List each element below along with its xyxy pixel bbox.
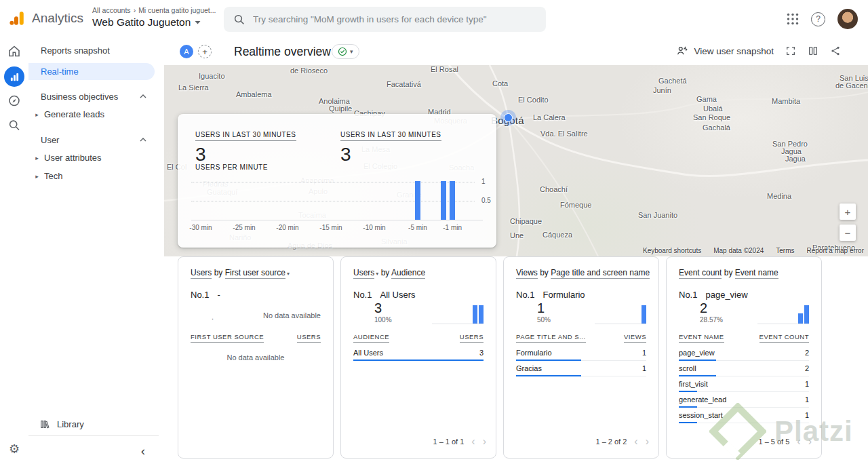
- map-place-label: Fómeque: [560, 201, 591, 209]
- card-dimension-selector[interactable]: Page title and screen name: [551, 268, 650, 279]
- pagination-prev-button[interactable]: ‹: [797, 436, 800, 447]
- report-card: Users by First user source▾No.1-.No data…: [178, 256, 334, 459]
- zoom-in-button[interactable]: +: [840, 203, 856, 220]
- comparison-chip-avatar[interactable]: A: [180, 45, 193, 58]
- table-row[interactable]: first_visit1: [679, 376, 809, 392]
- table-row[interactable]: Formulario1: [516, 345, 646, 361]
- card-metric-selector[interactable]: Users: [191, 268, 212, 279]
- breadcrumb-account[interactable]: Mi cuenta gatito juguet...: [138, 6, 216, 14]
- sidebar-item[interactable]: ▸Tech: [28, 167, 164, 185]
- analytics-logo[interactable]: Analytics: [8, 9, 83, 27]
- map-place-label: San Juanito: [638, 211, 677, 219]
- home-icon[interactable]: [7, 44, 22, 58]
- table-body: All Users3: [353, 345, 484, 361]
- data-quality-badge[interactable]: ▾: [332, 44, 359, 59]
- pagination-next-button[interactable]: ›: [808, 436, 812, 447]
- sidebar-item[interactable]: ▸User attributes: [28, 149, 164, 167]
- map-place-label: Chipaque: [510, 217, 542, 225]
- map-place-label: Medina: [767, 192, 791, 200]
- add-comparison-button[interactable]: +: [198, 45, 212, 58]
- advertising-icon[interactable]: [7, 118, 22, 132]
- column-header-metric[interactable]: USERS: [297, 333, 321, 343]
- explore-icon[interactable]: [7, 94, 22, 108]
- top-entry-percent: 50%: [537, 316, 551, 324]
- realtime-geo-map[interactable]: IguacitoLa SierraAmbalemade RiosecoFacat…: [164, 65, 868, 256]
- pagination-next-button[interactable]: ›: [483, 436, 486, 447]
- user-avatar[interactable]: [837, 9, 858, 29]
- reports-icon[interactable]: [4, 66, 24, 87]
- column-header-dimension[interactable]: EVENT NAME: [679, 333, 724, 343]
- sidebar-collapse-button[interactable]: ‹: [28, 436, 164, 466]
- table-row[interactable]: page_view2: [679, 345, 809, 361]
- map-place-label: Gachalá: [703, 123, 730, 132]
- zoom-out-button[interactable]: −: [840, 225, 856, 241]
- view-user-snapshot-button[interactable]: View user snapshot: [676, 45, 774, 57]
- table-row[interactable]: session_start1: [679, 408, 809, 423]
- property-selector[interactable]: Web Gatito Jugueton: [92, 16, 216, 28]
- search-input[interactable]: [253, 14, 536, 24]
- column-header-dimension[interactable]: AUDIENCE: [353, 333, 389, 343]
- pagination-next-button[interactable]: ›: [646, 436, 649, 447]
- card-metric-selector[interactable]: Views: [516, 268, 538, 279]
- users-per-minute-label: USERS PER MINUTE: [195, 163, 268, 171]
- help-icon[interactable]: ?: [811, 12, 825, 26]
- admin-gear-icon[interactable]: ⚙: [9, 442, 20, 457]
- table-row[interactable]: Gracias1: [516, 361, 646, 376]
- sidebar-section-header[interactable]: User: [28, 131, 164, 149]
- card-dimension-selector[interactable]: Event name: [735, 268, 778, 279]
- map-place-label: Mambita: [772, 97, 800, 105]
- search-bar[interactable]: [224, 7, 546, 32]
- account-switcher[interactable]: All accounts › Mi cuenta gatito juguet..…: [92, 6, 216, 28]
- column-header-metric[interactable]: VIEWS: [624, 333, 646, 343]
- row-proportion-bar: [516, 375, 581, 376]
- property-caret-icon: [195, 20, 201, 24]
- fullscreen-icon[interactable]: [785, 45, 796, 56]
- column-header-dimension[interactable]: PAGE TITLE AND S...: [516, 333, 586, 343]
- sparkline-empty-note: No data available: [263, 311, 321, 319]
- map-attribution-item[interactable]: Report a map error: [807, 247, 864, 254]
- axis-tick-label: -10 min: [363, 224, 385, 231]
- sidebar-item[interactable]: ▸Generate leads: [28, 105, 164, 123]
- pagination: 1 – 2 of 2‹›: [595, 436, 649, 447]
- axis-tick-label: -15 min: [319, 224, 342, 231]
- sparkline-bar: [804, 305, 809, 324]
- map-place-label: Choachí: [540, 185, 568, 193]
- axis-tick-label: -25 min: [233, 224, 255, 231]
- table-row[interactable]: All Users3: [353, 345, 484, 361]
- card-metric-selector[interactable]: Event count: [679, 268, 722, 279]
- reports-active-indicator: [4, 66, 24, 87]
- stat-label[interactable]: USERS IN LAST 30 MINUTES: [340, 131, 441, 141]
- pagination-prev-button[interactable]: ‹: [471, 436, 475, 447]
- map-attribution-item[interactable]: Terms: [776, 247, 794, 254]
- sidebar-item-library[interactable]: Library: [28, 412, 164, 435]
- top-entry: No.1All Users: [353, 290, 415, 300]
- column-header-dimension[interactable]: FIRST USER SOURCE: [191, 333, 264, 343]
- apps-grid-icon[interactable]: [787, 13, 799, 25]
- sparkline: [595, 305, 646, 324]
- map-place-label: San Roque: [693, 113, 730, 121]
- customize-report-icon[interactable]: [808, 45, 818, 56]
- sidebar-item-realtime[interactable]: Real-time: [28, 63, 155, 80]
- table-row[interactable]: generate_lead1: [679, 392, 809, 408]
- card-dimension-selector[interactable]: Audience: [391, 268, 425, 279]
- breadcrumb-all-accounts[interactable]: All accounts: [92, 6, 131, 14]
- column-header-metric[interactable]: USERS: [460, 333, 484, 343]
- table-row[interactable]: scroll2: [679, 361, 809, 376]
- top-entry-value: 3: [374, 300, 382, 316]
- breadcrumb: All accounts › Mi cuenta gatito juguet..…: [92, 6, 216, 14]
- card-metric-selector[interactable]: Users: [353, 268, 374, 279]
- share-icon[interactable]: [830, 45, 841, 56]
- stat-label[interactable]: USERS IN LAST 30 MINUTES: [195, 131, 296, 141]
- map-zoom-control: + −: [840, 203, 856, 241]
- sidebar-section-header[interactable]: Business objectives: [28, 88, 164, 105]
- user-snapshot-icon: [676, 45, 688, 57]
- minute-bar: [415, 181, 420, 220]
- map-attribution-item[interactable]: Keyboard shortcuts: [643, 247, 701, 254]
- card-dimension-selector[interactable]: First user source: [225, 268, 285, 279]
- sparkline-bar: [479, 305, 484, 324]
- sidebar-item-reports-snapshot[interactable]: Reports snapshot: [28, 41, 164, 59]
- pagination-prev-button[interactable]: ‹: [634, 436, 637, 447]
- map-place-label: Une: [510, 231, 524, 239]
- column-header-metric[interactable]: EVENT COUNT: [760, 333, 809, 343]
- sidebar-item-label: Library: [57, 419, 84, 429]
